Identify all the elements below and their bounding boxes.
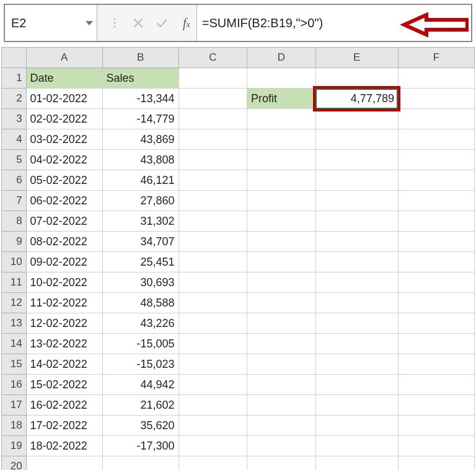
cell-B15[interactable]: -15,023 <box>102 354 178 375</box>
cell-F6[interactable] <box>398 170 474 191</box>
col-header-A[interactable]: A <box>26 48 102 68</box>
cell-C20[interactable] <box>178 456 247 471</box>
cell-F20[interactable] <box>398 456 474 471</box>
cell-D18[interactable] <box>247 416 315 436</box>
cell-C19[interactable] <box>178 436 247 456</box>
cell-A19[interactable]: 18-02-2022 <box>26 436 102 456</box>
cell-F5[interactable] <box>398 150 474 170</box>
cell-C6[interactable] <box>178 170 247 191</box>
cell-A2[interactable]: 01-02-2022 <box>26 89 102 109</box>
row-header[interactable]: 1 <box>2 68 27 89</box>
cell-C14[interactable] <box>178 334 247 354</box>
cell-F10[interactable] <box>398 252 474 272</box>
cell-E18[interactable] <box>315 416 398 436</box>
cell-C3[interactable] <box>178 109 247 129</box>
cell-C16[interactable] <box>178 375 247 395</box>
cell-D8[interactable] <box>247 211 315 232</box>
cell-B16[interactable]: 44,942 <box>102 375 178 395</box>
cell-A18[interactable]: 17-02-2022 <box>26 416 102 436</box>
cell-E19[interactable] <box>315 436 398 456</box>
cell-B19[interactable]: -17,300 <box>102 436 178 456</box>
cell-B7[interactable]: 27,860 <box>102 191 178 211</box>
cell-C8[interactable] <box>178 211 247 232</box>
name-box[interactable]: E2 <box>5 5 97 41</box>
cell-E16[interactable] <box>315 375 398 395</box>
cell-F15[interactable] <box>398 354 474 375</box>
cell-D14[interactable] <box>247 334 315 354</box>
cell-A10[interactable]: 09-02-2022 <box>26 252 102 272</box>
cell-D16[interactable] <box>247 375 315 395</box>
cell-A7[interactable]: 06-02-2022 <box>26 191 102 211</box>
cell-F7[interactable] <box>398 191 474 211</box>
cell-E2[interactable]: 4,77,789 <box>315 89 398 109</box>
cell-C13[interactable] <box>178 313 247 334</box>
row-header[interactable]: 13 <box>2 313 27 334</box>
cell-C10[interactable] <box>178 252 247 272</box>
cell-A14[interactable]: 13-02-2022 <box>26 334 102 354</box>
cell-F18[interactable] <box>398 416 474 436</box>
cell-E6[interactable] <box>315 170 398 191</box>
cell-D2[interactable]: Profit <box>247 89 315 109</box>
cell-B13[interactable]: 43,226 <box>102 313 178 334</box>
row-header[interactable]: 16 <box>2 375 27 395</box>
cell-E8[interactable] <box>315 211 398 232</box>
cell-E1[interactable] <box>315 68 398 89</box>
row-header[interactable]: 15 <box>2 354 27 375</box>
cell-D7[interactable] <box>247 191 315 211</box>
cell-F14[interactable] <box>398 334 474 354</box>
cell-C11[interactable] <box>178 272 247 293</box>
cell-B1[interactable]: Sales <box>102 68 178 89</box>
cell-D1[interactable] <box>247 68 315 89</box>
cell-F3[interactable] <box>398 109 474 129</box>
cell-C18[interactable] <box>178 416 247 436</box>
row-header[interactable]: 7 <box>2 191 27 211</box>
row-header[interactable]: 17 <box>2 395 27 416</box>
cell-B20[interactable] <box>102 456 178 471</box>
cell-A16[interactable]: 15-02-2022 <box>26 375 102 395</box>
cell-C17[interactable] <box>178 395 247 416</box>
cell-D15[interactable] <box>247 354 315 375</box>
cell-D6[interactable] <box>247 170 315 191</box>
cell-F11[interactable] <box>398 272 474 293</box>
enter-icon[interactable] <box>156 17 168 29</box>
cell-D17[interactable] <box>247 395 315 416</box>
cell-D13[interactable] <box>247 313 315 334</box>
row-header[interactable]: 8 <box>2 211 27 232</box>
cell-A5[interactable]: 04-02-2022 <box>26 150 102 170</box>
cell-F4[interactable] <box>398 129 474 150</box>
cell-B6[interactable]: 46,121 <box>102 170 178 191</box>
cell-E14[interactable] <box>315 334 398 354</box>
cell-F19[interactable] <box>398 436 474 456</box>
cell-C9[interactable] <box>178 232 247 252</box>
cell-A12[interactable]: 11-02-2022 <box>26 293 102 313</box>
cell-D19[interactable] <box>247 436 315 456</box>
cell-F12[interactable] <box>398 293 474 313</box>
cell-F1[interactable] <box>398 68 474 89</box>
row-header[interactable]: 4 <box>2 129 27 150</box>
cell-A11[interactable]: 10-02-2022 <box>26 272 102 293</box>
row-header[interactable]: 9 <box>2 232 27 252</box>
cell-B9[interactable]: 34,707 <box>102 232 178 252</box>
cell-B17[interactable]: 21,602 <box>102 395 178 416</box>
cell-A15[interactable]: 14-02-2022 <box>26 354 102 375</box>
cell-E20[interactable] <box>315 456 398 471</box>
row-header[interactable]: 19 <box>2 436 27 456</box>
cell-A20[interactable] <box>26 456 102 471</box>
cell-F9[interactable] <box>398 232 474 252</box>
cell-E12[interactable] <box>315 293 398 313</box>
cell-A13[interactable]: 12-02-2022 <box>26 313 102 334</box>
cell-F17[interactable] <box>398 395 474 416</box>
spreadsheet-grid[interactable]: ABCDEF1DateSales201-02-2022-13,344Profit… <box>1 47 475 470</box>
cell-B5[interactable]: 43,808 <box>102 150 178 170</box>
row-header[interactable]: 18 <box>2 416 27 436</box>
row-header[interactable]: 5 <box>2 150 27 170</box>
row-header[interactable]: 12 <box>2 293 27 313</box>
cell-D4[interactable] <box>247 129 315 150</box>
cell-A6[interactable]: 05-02-2022 <box>26 170 102 191</box>
row-header[interactable]: 11 <box>2 272 27 293</box>
cell-B4[interactable]: 43,869 <box>102 129 178 150</box>
cell-D11[interactable] <box>247 272 315 293</box>
cell-C4[interactable] <box>178 129 247 150</box>
name-box-dropdown-icon[interactable] <box>86 21 93 25</box>
col-header-D[interactable]: D <box>247 48 315 68</box>
